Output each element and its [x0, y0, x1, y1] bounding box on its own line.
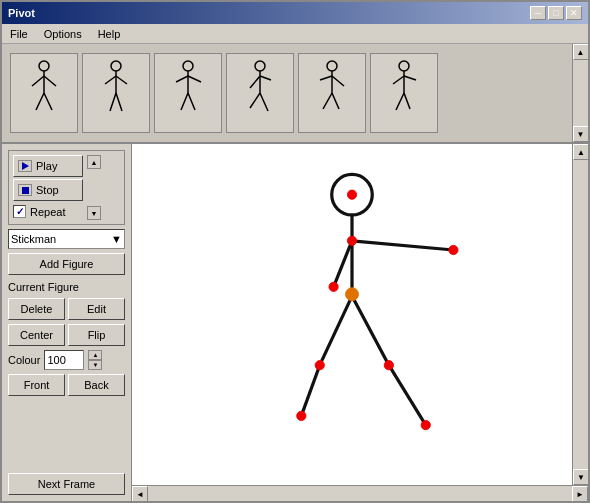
colour-label: Colour — [8, 354, 40, 366]
frames-scroll-up[interactable]: ▲ — [573, 44, 589, 60]
canvas-scroll-left[interactable]: ◄ — [132, 486, 148, 501]
stickman-svg — [132, 144, 572, 485]
minimize-button[interactable]: ─ — [530, 6, 546, 20]
add-figure-button[interactable]: Add Figure — [8, 253, 125, 275]
canvas-scroll-up[interactable]: ▲ — [573, 144, 588, 160]
frame-thumb-2[interactable] — [82, 53, 150, 133]
colour-value: 100 — [47, 354, 65, 366]
svg-line-39 — [334, 241, 352, 287]
svg-line-44 — [301, 365, 319, 416]
frames-scroll-down[interactable]: ▼ — [573, 126, 589, 142]
colour-row: Colour 100 ▲ ▼ — [8, 350, 125, 370]
canvas-scroll-right[interactable]: ► — [572, 486, 588, 501]
frames-panel: ▲ ▼ — [2, 44, 588, 144]
svg-line-26 — [320, 76, 332, 80]
stop-square-icon — [22, 187, 29, 194]
svg-line-10 — [110, 93, 116, 111]
colour-input[interactable]: 100 — [44, 350, 84, 370]
current-figure-label: Current Figure — [8, 281, 125, 293]
stickman-canvas[interactable] — [132, 144, 572, 485]
title-bar: Pivot ─ □ ✕ — [2, 2, 588, 24]
delete-edit-row: Delete Edit — [8, 298, 125, 320]
svg-line-20 — [250, 76, 260, 88]
back-button[interactable]: Back — [68, 374, 125, 396]
main-window: Pivot ─ □ ✕ File Options Help — [0, 0, 590, 503]
front-back-row: Front Back — [8, 374, 125, 396]
playback-scroll: ▲ ▼ — [87, 155, 101, 220]
canvas-main: ▲ ▼ — [132, 144, 588, 485]
svg-point-51 — [421, 420, 430, 429]
svg-line-8 — [105, 76, 116, 84]
menu-options[interactable]: Options — [40, 27, 86, 41]
frames-scroll-area — [2, 44, 572, 142]
svg-line-9 — [116, 76, 127, 84]
close-button[interactable]: ✕ — [566, 6, 582, 20]
svg-point-47 — [449, 245, 458, 254]
window-title: Pivot — [8, 7, 35, 19]
flip-button[interactable]: Flip — [68, 324, 125, 346]
frame-thumb-5[interactable] — [298, 53, 366, 133]
colour-spin-up[interactable]: ▲ — [88, 350, 102, 360]
svg-line-21 — [260, 76, 271, 80]
svg-line-38 — [352, 241, 453, 250]
playback-scroll-up[interactable]: ▲ — [87, 155, 101, 169]
figure-dropdown-value: Stickman — [11, 233, 56, 245]
frame-thumb-6[interactable] — [370, 53, 438, 133]
svg-line-14 — [176, 76, 188, 82]
frame-thumb-1[interactable] — [10, 53, 78, 133]
menu-file[interactable]: File — [6, 27, 32, 41]
next-frame-area: Next Frame — [8, 469, 125, 495]
edit-button[interactable]: Edit — [68, 298, 125, 320]
svg-line-32 — [393, 76, 404, 84]
svg-line-43 — [320, 296, 352, 365]
playback-buttons: Play Stop ✓ Repeat — [13, 155, 83, 220]
canvas-hscrollbar: ◄ ► — [132, 485, 588, 501]
svg-line-33 — [404, 76, 416, 80]
figure-dropdown[interactable]: Stickman ▼ — [8, 229, 125, 249]
svg-point-49 — [346, 288, 359, 301]
repeat-row: ✓ Repeat — [13, 203, 83, 220]
svg-point-24 — [327, 61, 337, 71]
frame-stickman-1 — [19, 58, 69, 128]
svg-line-42 — [389, 365, 426, 425]
repeat-checkbox[interactable]: ✓ — [13, 205, 26, 218]
svg-point-12 — [183, 61, 193, 71]
title-controls: ─ □ ✕ — [530, 6, 582, 20]
play-label: Play — [36, 160, 57, 172]
playback-group: Play Stop ✓ Repeat — [8, 150, 125, 225]
svg-line-28 — [323, 93, 332, 109]
menu-help[interactable]: Help — [94, 27, 125, 41]
svg-line-41 — [352, 296, 389, 365]
stop-label: Stop — [36, 184, 59, 196]
maximize-button[interactable]: □ — [548, 6, 564, 20]
frames-scrollbar: ▲ ▼ — [572, 44, 588, 142]
stop-icon-box — [18, 184, 32, 196]
svg-point-0 — [39, 61, 49, 71]
playback-scroll-down[interactable]: ▼ — [87, 206, 101, 220]
center-button[interactable]: Center — [8, 324, 65, 346]
frame-thumb-3[interactable] — [154, 53, 222, 133]
svg-line-34 — [396, 93, 404, 110]
stop-button[interactable]: Stop — [13, 179, 83, 201]
dropdown-arrow-icon: ▼ — [111, 233, 122, 245]
svg-line-27 — [332, 76, 344, 86]
play-button[interactable]: Play — [13, 155, 83, 177]
svg-point-45 — [347, 190, 356, 199]
canvas-scroll-down[interactable]: ▼ — [573, 469, 588, 485]
svg-line-4 — [36, 93, 44, 110]
delete-button[interactable]: Delete — [8, 298, 65, 320]
play-icon-box — [18, 160, 32, 172]
frame-thumb-4[interactable] — [226, 53, 294, 133]
main-area: Play Stop ✓ Repeat — [2, 144, 588, 501]
frame-stickman-3 — [163, 58, 213, 128]
next-frame-button[interactable]: Next Frame — [8, 473, 125, 495]
colour-spinner: ▲ ▼ — [88, 350, 102, 370]
svg-line-11 — [116, 93, 122, 111]
colour-spin-down[interactable]: ▼ — [88, 360, 102, 370]
play-triangle-icon — [22, 162, 29, 170]
left-panel: Play Stop ✓ Repeat — [2, 144, 132, 501]
frame-stickman-6 — [379, 58, 429, 128]
front-button[interactable]: Front — [8, 374, 65, 396]
frame-stickman-4 — [235, 58, 285, 128]
svg-point-30 — [399, 61, 409, 71]
